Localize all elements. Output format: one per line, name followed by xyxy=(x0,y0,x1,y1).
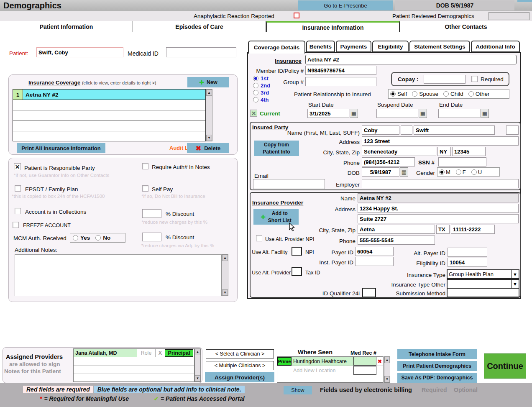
tab-other-contacts[interactable]: Other Contacts xyxy=(400,21,532,32)
dob-calendar-icon[interactable]: ▦ xyxy=(400,167,408,177)
telephone-intake-button[interactable]: Telephone Intake Form xyxy=(397,349,477,359)
priority-2nd-radio[interactable] xyxy=(253,83,258,88)
save-pdf-button[interactable]: Save As PDF: Demographics xyxy=(397,373,477,383)
print-all-insurance-button[interactable]: Print All Insurance Information xyxy=(17,143,105,153)
multiple-clinicians-button[interactable]: < Multiple Clinicians > xyxy=(206,361,274,370)
inst-payer-id-field[interactable] xyxy=(355,257,394,266)
provider-principal-badge[interactable]: Principal xyxy=(165,349,193,357)
providers-scrollbar[interactable]: ▲ ▼ xyxy=(194,348,201,382)
eligibility-id-field[interactable] xyxy=(448,258,487,267)
tab-statement-settings[interactable]: Statement Settings xyxy=(409,41,470,52)
discount1-field[interactable] xyxy=(142,209,161,218)
epsdt-checkbox[interactable] xyxy=(15,185,21,192)
suspend-date-field[interactable] xyxy=(376,109,418,118)
group-number-field[interactable] xyxy=(305,77,376,86)
tab-patient-information[interactable]: Patient Information xyxy=(0,21,133,32)
start-date-field[interactable] xyxy=(307,109,349,118)
selfpay-checkbox[interactable] xyxy=(142,185,148,192)
insurance-row-empty[interactable] xyxy=(13,100,205,110)
payer-id-field[interactable] xyxy=(355,247,394,256)
reviewed-demographics-field[interactable] xyxy=(489,12,529,20)
scroll-down-icon[interactable]: ▼ xyxy=(206,135,212,141)
copy-from-patient-button[interactable]: Copy from Patient Info xyxy=(254,141,299,156)
provider-state-field[interactable] xyxy=(436,225,450,234)
insurance-name-field[interactable]: Aetna NY #2 xyxy=(305,55,517,64)
delete-insurance-button[interactable]: ✖ Delete xyxy=(187,143,229,153)
provider-city-field[interactable] xyxy=(358,225,435,234)
provider-row-empty[interactable] xyxy=(74,366,194,374)
insurance-type-dropdown[interactable]: Group Health Plan ▼ xyxy=(447,269,519,279)
tab-additional-info[interactable]: Additional Info xyxy=(471,41,520,52)
gender-u-radio[interactable] xyxy=(471,169,477,175)
scroll-down-icon[interactable]: ▼ xyxy=(195,375,200,381)
provider-remove-x[interactable]: X xyxy=(156,349,165,357)
insurance-link[interactable]: Insurance xyxy=(275,58,302,64)
add-location-row[interactable]: Add New Location xyxy=(277,366,383,375)
insured-dob-field[interactable] xyxy=(362,167,399,177)
require-auth-checkbox[interactable] xyxy=(142,163,148,169)
show-billing-fields-button[interactable]: Show xyxy=(284,386,312,394)
add-new-location-placeholder[interactable]: Add New Location xyxy=(277,366,353,375)
insurance-row-1[interactable]: 1 Aetna NY #2 xyxy=(13,90,205,100)
provider-role-cell[interactable]: Role xyxy=(137,349,156,357)
additional-notes-textarea[interactable] xyxy=(15,254,222,296)
insurance-row-empty[interactable] xyxy=(13,110,205,121)
insured-phone-field[interactable] xyxy=(362,157,415,166)
tab-insurance-information[interactable]: Insurance Information xyxy=(266,21,400,32)
insurance-row-empty[interactable] xyxy=(13,131,205,141)
medicaid-id-field[interactable] xyxy=(166,47,236,57)
insured-last-name-field[interactable] xyxy=(414,125,495,135)
prime-badge[interactable]: Prime xyxy=(277,357,292,366)
member-id-field[interactable] xyxy=(305,66,376,75)
collections-checkbox[interactable] xyxy=(15,208,21,214)
gender-m-radio[interactable] xyxy=(439,169,445,175)
new-insurance-button[interactable]: + New xyxy=(187,77,229,87)
patient-name-field[interactable] xyxy=(36,47,123,57)
tab-benefits[interactable]: Benefits xyxy=(306,41,335,52)
assign-providers-button[interactable]: Assign Provider(s) xyxy=(205,372,274,382)
priority-1st-radio[interactable] xyxy=(253,76,258,81)
insured-mi-field[interactable] xyxy=(401,125,412,135)
provider-row-empty[interactable] xyxy=(74,357,194,366)
start-date-calendar-icon[interactable]: ▦ xyxy=(350,109,358,118)
insurance-type-other-dropdown[interactable]: ▼ xyxy=(447,279,519,289)
gender-f-radio[interactable] xyxy=(456,169,461,175)
insured-state-field[interactable] xyxy=(437,147,451,156)
end-date-calendar-icon[interactable]: ▦ xyxy=(481,109,489,118)
scroll-down-icon[interactable]: ▼ xyxy=(222,289,228,296)
suspend-date-calendar-icon[interactable]: ▦ xyxy=(419,109,427,118)
where-seen-row-empty[interactable] xyxy=(277,375,383,382)
copay-field[interactable] xyxy=(424,75,466,84)
tab-coverage-details[interactable]: Coverage Details xyxy=(248,41,305,54)
where-seen-scrollbar[interactable]: ▲ ▼ xyxy=(384,356,390,383)
insured-first-name-field[interactable] xyxy=(362,125,399,135)
relationship-other-radio[interactable] xyxy=(468,91,474,97)
scroll-down-icon[interactable]: ▼ xyxy=(384,376,390,382)
remove-location-x-icon[interactable]: ✖ xyxy=(376,357,383,366)
insured-zip-field[interactable] xyxy=(452,147,486,156)
current-checkbox[interactable]: ✕ xyxy=(250,110,257,117)
insured-city-field[interactable] xyxy=(362,147,436,156)
provider-zip-field[interactable] xyxy=(451,225,495,234)
tab-episodes-of-care[interactable]: Episodes of Care xyxy=(133,21,266,32)
insured-address-field[interactable] xyxy=(362,136,519,146)
new-med-rec-field[interactable] xyxy=(353,366,376,375)
insured-suffix-field[interactable] xyxy=(506,125,519,135)
continue-button[interactable]: Continue xyxy=(484,353,526,379)
select-clinician-button[interactable]: < Select a Clinician > xyxy=(206,349,274,358)
provider-address1-field[interactable] xyxy=(358,204,519,213)
relationship-spouse-radio[interactable] xyxy=(412,91,417,97)
priority-3rd-radio[interactable] xyxy=(253,90,258,95)
go-to-eprescribe-button[interactable]: Go to E-Prescribe xyxy=(298,0,393,10)
anaphylactic-checkbox[interactable] xyxy=(294,13,299,18)
insurance-row-empty[interactable] xyxy=(13,121,205,131)
use-alt-provider-npi-checkbox[interactable] xyxy=(256,235,262,241)
tab-payments[interactable]: Payments xyxy=(336,41,371,52)
provider-address2-field[interactable] xyxy=(358,214,519,223)
print-demographics-button[interactable]: Print Patient Demographics xyxy=(397,361,477,371)
scroll-up-icon[interactable]: ▲ xyxy=(195,349,200,355)
copay-required-checkbox[interactable] xyxy=(471,76,478,82)
discount2-field[interactable] xyxy=(142,233,161,241)
provider-row-empty[interactable] xyxy=(74,374,194,381)
alt-payer-id-field[interactable] xyxy=(448,248,487,257)
